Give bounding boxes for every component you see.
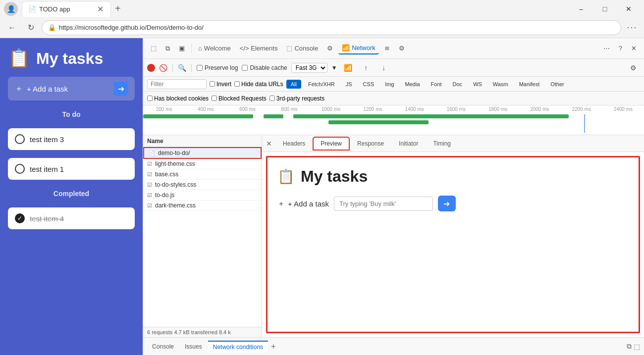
tab-title: TODO app [39,5,93,13]
new-tab-button[interactable]: + [113,3,123,14]
record-button[interactable] [147,64,155,72]
search-network-button[interactable]: 🔍 [178,64,186,72]
tick-2400ms: 2400 ms [602,106,644,112]
sidebar-tool-button[interactable]: ▣ [175,43,188,54]
media-filter[interactable]: Media [401,80,424,89]
doc-filter[interactable]: Doc [449,80,467,89]
tick-200ms: 200 ms [143,106,185,112]
tab-bar: 📄 TODO app ✕ + [22,1,566,17]
network-conditions-tab[interactable]: Network conditions [208,341,268,353]
tab-elements[interactable]: </> Elements [236,43,281,54]
undock-button[interactable]: ⬚ [634,342,640,351]
dock-left-button[interactable]: ⧉ [627,342,632,351]
tab-network[interactable]: 📶 Network [338,42,379,54]
help-button[interactable]: ? [615,43,626,54]
task-checkbox[interactable] [15,134,25,144]
tab-sources[interactable]: ⚙ [323,43,336,54]
js-filter[interactable]: JS [342,80,356,89]
disable-cache-input[interactable] [242,65,248,71]
hide-data-urls-checkbox[interactable]: Hide data URLs [234,81,283,88]
active-tab[interactable]: 📄 TODO app ✕ [22,1,111,17]
add-tab-button[interactable]: + [269,342,277,351]
third-party-checkbox[interactable]: 3rd-party requests [269,95,324,102]
blocked-cookies-checkbox[interactable]: Has blocked cookies [147,95,209,102]
network-item[interactable]: 📄 demo-to-do/ [143,147,262,159]
ws-filter[interactable]: WS [469,80,486,89]
initiator-tab[interactable]: Initiator [392,138,425,150]
tab-close-button[interactable]: ✕ [96,4,105,14]
refresh-button[interactable]: ↻ [23,20,39,36]
network-item[interactable]: ☑ to-do-styles.css [143,180,262,190]
network-icon: 📶 [342,44,350,51]
preview-add-button[interactable]: ➜ [438,196,456,211]
network-icon-btn3[interactable]: ↓ [377,61,391,75]
timing-tab[interactable]: Timing [426,138,458,150]
preview-app-title: My tasks [301,167,368,186]
preview-tab[interactable]: Preview [313,137,349,150]
preserve-log-checkbox[interactable]: Preserve log [197,64,238,71]
list-item[interactable]: ✓ test item 4 [8,207,135,229]
network-icon-btn1[interactable]: 📶 [341,61,355,75]
window-controls-right: – □ ✕ [570,1,640,17]
network-item[interactable]: ☑ dark-theme.css [143,201,262,211]
list-item[interactable]: test item 1 [8,158,135,180]
window-controls-left: 👤 [4,2,18,16]
css-filter[interactable]: CSS [359,80,378,89]
network-content: Name 📄 demo-to-do/ ☑ light-theme.css ☑ [143,135,644,337]
plus-icon: ＋ [15,84,23,94]
img-filter[interactable]: Img [381,80,398,89]
list-item[interactable]: test item 3 [8,128,135,150]
issues-status-tab[interactable]: Issues [180,341,207,352]
devtools-panel: ⬚ ⧉ ▣ ⌂ Welcome </> Elements ⬚ Console ⚙ [143,38,644,355]
profile-button[interactable]: 👤 [4,2,18,16]
tick-1200ms: 1200 ms [352,106,393,112]
close-devtools-button[interactable]: ✕ [628,43,640,54]
network-icon-btn2[interactable]: ↑ [359,61,373,75]
throttle-select[interactable]: Fast 3G [291,63,327,73]
font-filter[interactable]: Font [427,80,446,89]
maximize-button[interactable]: □ [593,1,616,17]
other-filter[interactable]: Other [546,80,568,89]
network-item[interactable]: ☑ to-do.js [143,190,262,201]
close-button[interactable]: ✕ [617,1,640,17]
manifest-filter[interactable]: Manifest [515,80,544,89]
network-item[interactable]: ☑ light-theme.css [143,159,262,169]
blocked-requests-checkbox[interactable]: Blocked Requests [212,95,267,102]
console-status-tab[interactable]: Console [147,341,179,352]
task-checkbox[interactable] [15,164,25,174]
css-icon4: ☑ [147,203,152,209]
tab-performance[interactable]: ≋ [381,43,393,54]
invert-checkbox[interactable]: Invert [210,81,231,88]
inspect-tool-button[interactable]: ⬚ [147,43,160,54]
headers-tab[interactable]: Headers [276,138,312,150]
tab-console[interactable]: ⬚ Console [283,43,322,54]
network-settings-icon[interactable]: ⚙ [626,61,640,75]
device-tool-button[interactable]: ⧉ [162,43,173,54]
tab-welcome[interactable]: ⌂ Welcome [195,43,234,54]
preview-plus-icon: ＋ [277,199,285,208]
task-checkbox-checked[interactable]: ✓ [15,213,25,223]
url-bar[interactable]: 🔒 https://microsoftedge.github.io/Demos/… [42,20,621,35]
filter-input[interactable] [147,79,207,89]
add-task-text: + Add a task [27,85,68,93]
preview-close-button[interactable]: ✕ [266,140,272,148]
response-tab[interactable]: Response [350,138,391,150]
preserve-log-input[interactable] [197,65,203,71]
back-button[interactable]: ← [4,20,20,36]
console-icon: ⬚ [286,45,292,52]
more-tools-button[interactable]: ⋯ [600,43,613,54]
minimize-button[interactable]: – [570,1,592,17]
network-item[interactable]: ☑ base.css [143,169,262,180]
add-task-button[interactable]: ＋ + Add a task ➜ [8,77,135,101]
disable-cache-checkbox[interactable]: Disable cache [242,64,287,71]
network-timeline: 200 ms 400 ms 600 ms 800 ms 1000 ms 1200… [143,105,644,135]
more-button[interactable]: ··· [624,20,640,36]
wasm-filter[interactable]: Wasm [489,80,512,89]
fetch-xhr-filter[interactable]: Fetch/XHR [304,80,339,89]
preview-task-input[interactable] [334,197,433,211]
tab-settings-gear-icon[interactable]: ⚙ [395,43,408,54]
clear-button[interactable]: 🚫 [159,64,167,72]
network-file-list: Name 📄 demo-to-do/ ☑ light-theme.css ☑ [143,135,262,337]
all-filter-button[interactable]: All [286,80,301,89]
tick-1600ms: 1600 ms [435,106,477,112]
